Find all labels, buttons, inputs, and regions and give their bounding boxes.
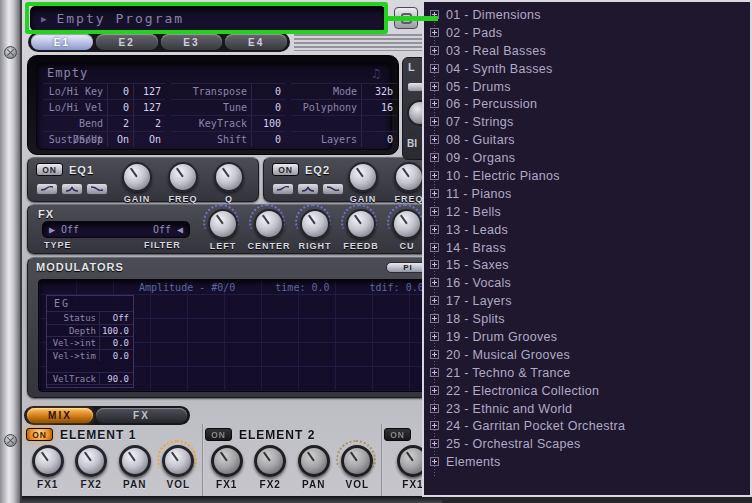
eg-row-value[interactable]: 0.0 (99, 350, 133, 362)
expand-plus-icon[interactable] (430, 207, 439, 216)
menu-item[interactable]: 15 - Saxes (424, 256, 750, 274)
expand-plus-icon[interactable] (430, 386, 439, 395)
tab-e3[interactable]: E3 (161, 34, 223, 50)
menu-item[interactable]: 21 - Techno & Trance (424, 364, 750, 382)
fx-type-display[interactable]: ▶ Off Off ◀ (42, 221, 190, 238)
expand-plus-icon[interactable] (430, 82, 439, 91)
eq-lowshelf-icon[interactable] (272, 183, 294, 195)
expand-plus-icon[interactable] (430, 260, 439, 269)
menu-item[interactable]: 12 - Bells (424, 203, 750, 221)
expand-plus-icon[interactable] (430, 314, 439, 323)
element-knob[interactable] (211, 445, 243, 477)
expand-plus-icon[interactable] (430, 28, 439, 37)
row-value[interactable]: 16 (361, 100, 397, 115)
expand-plus-icon[interactable] (430, 99, 439, 108)
eq-lowshelf-icon[interactable] (36, 183, 58, 195)
menu-item[interactable]: 20 - Musical Grooves (424, 346, 750, 364)
expand-plus-icon[interactable] (430, 332, 439, 341)
row-value[interactable]: 0 (251, 132, 285, 147)
program-selector-display[interactable]: ▶ Empty Program (30, 6, 386, 31)
fx-knob[interactable] (254, 209, 284, 239)
eg-row-value[interactable]: Off (99, 312, 133, 324)
expand-plus-icon[interactable] (430, 457, 439, 466)
row-value[interactable] (361, 116, 397, 131)
menu-item[interactable]: 08 - Guitars (424, 131, 750, 149)
expand-plus-icon[interactable] (430, 135, 439, 144)
fx-knob[interactable] (300, 209, 330, 239)
expand-plus-icon[interactable] (430, 404, 439, 413)
menu-item[interactable]: 03 - Real Basses (424, 42, 750, 60)
row-value[interactable]: 100 (251, 116, 285, 131)
menu-item[interactable]: 22 - Electronica Collection (424, 382, 750, 400)
menu-item[interactable]: 10 - Electric Pianos (424, 167, 750, 185)
expand-plus-icon[interactable] (430, 296, 439, 305)
eq-highshelf-icon[interactable] (86, 183, 108, 195)
element-2-on-button[interactable]: ON (205, 428, 232, 441)
row-value[interactable]: 127 (133, 84, 165, 99)
expand-plus-icon[interactable] (430, 439, 439, 448)
element-knob[interactable] (341, 445, 373, 477)
fx-knob[interactable] (392, 209, 422, 239)
row-value[interactable]: 0 (361, 132, 397, 147)
row-value[interactable]: 127 (133, 100, 165, 115)
row-value[interactable]: 0 (107, 100, 133, 115)
menu-item[interactable]: 24 - Garritan Pocket Orchestra (424, 417, 750, 435)
eg-row-value[interactable]: 90.0 (99, 373, 133, 384)
menu-item[interactable]: 25 - Orchestral Scapes (424, 435, 750, 453)
eq1-on-button[interactable]: ON (36, 163, 63, 176)
eg-row-value[interactable]: 0.0 (99, 337, 133, 349)
expand-plus-icon[interactable] (430, 189, 439, 198)
element-knob[interactable] (254, 445, 286, 477)
menu-item[interactable]: 17 - Layers (424, 292, 750, 310)
row-value[interactable]: 0 (251, 84, 285, 99)
menu-item[interactable]: 09 - Organs (424, 149, 750, 167)
eq-peak-icon[interactable] (297, 183, 319, 195)
menu-item[interactable]: 06 - Percussion (424, 95, 750, 113)
expand-plus-icon[interactable] (430, 171, 439, 180)
row-value[interactable]: 2 (107, 116, 133, 131)
eq-knob[interactable] (214, 162, 244, 192)
expand-plus-icon[interactable] (430, 64, 439, 73)
row-value[interactable]: 2 (133, 116, 165, 131)
fx-knob[interactable] (346, 209, 376, 239)
expand-plus-icon[interactable] (430, 278, 439, 287)
expand-plus-icon[interactable] (430, 368, 439, 377)
element-1-on-button[interactable]: ON (26, 428, 53, 441)
tab-e4[interactable]: E4 (225, 34, 287, 50)
tab-mix[interactable]: MIX (27, 408, 93, 423)
row-value[interactable]: 0 (251, 100, 285, 115)
expand-plus-icon[interactable] (430, 243, 439, 252)
row-value[interactable]: On (107, 132, 133, 147)
row-value[interactable]: 32b (361, 84, 397, 99)
row-value[interactable]: On (133, 132, 165, 147)
fx-knob[interactable] (208, 209, 238, 239)
menu-item[interactable]: 11 - Pianos (424, 185, 750, 203)
menu-item[interactable]: 13 - Leads (424, 221, 750, 239)
eq-peak-icon[interactable] (61, 183, 83, 195)
menu-item[interactable]: 16 - Vocals (424, 274, 750, 292)
eq2-on-button[interactable]: ON (272, 163, 299, 176)
eq-knob[interactable] (122, 162, 152, 192)
expand-plus-icon[interactable] (430, 225, 439, 234)
row-value[interactable]: 0 (107, 84, 133, 99)
menu-item[interactable]: 04 - Synth Basses (424, 60, 750, 78)
element-knob[interactable] (119, 445, 151, 477)
modulator-display[interactable]: Amplitude - #0/0 time: 0.0 tdif: 0.0 EG … (38, 279, 434, 392)
expand-plus-icon[interactable] (430, 350, 439, 359)
menu-item[interactable]: 14 - Brass (424, 239, 750, 257)
menu-item[interactable]: 23 - Ethnic and World (424, 400, 750, 418)
expand-plus-icon[interactable] (430, 421, 439, 430)
menu-item[interactable]: 19 - Drum Grooves (424, 328, 750, 346)
menu-item[interactable]: Elements (424, 453, 750, 471)
expand-plus-icon[interactable] (430, 153, 439, 162)
expand-plus-icon[interactable] (430, 117, 439, 126)
menu-item[interactable]: 02 - Pads (424, 24, 750, 42)
element-3-on-button[interactable]: ON (384, 428, 411, 441)
eq-knob[interactable] (168, 162, 198, 192)
tab-e2[interactable]: E2 (96, 34, 158, 50)
expand-plus-icon[interactable] (430, 46, 439, 55)
menu-item[interactable]: 01 - Dimensions (424, 6, 750, 24)
element-knob[interactable] (298, 445, 330, 477)
menu-item[interactable]: 18 - Splits (424, 310, 750, 328)
eg-row-value[interactable]: 100.0 (99, 325, 133, 337)
